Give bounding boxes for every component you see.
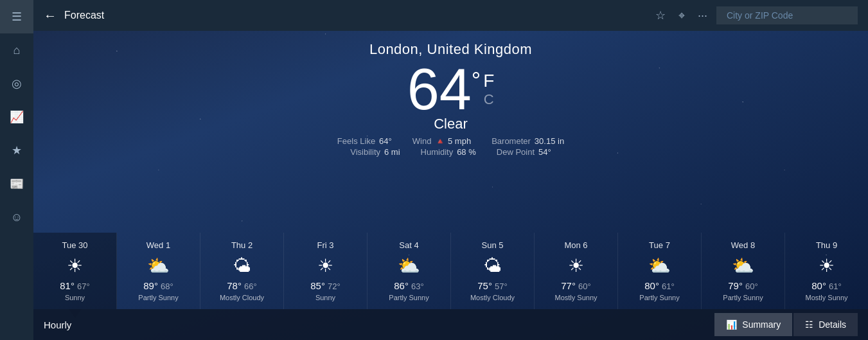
forecast-day[interactable]: Thu 9 ☀ 80° 61° Mostly Sunny xyxy=(785,233,868,309)
humidity-value: 68 % xyxy=(457,147,476,157)
forecast-day[interactable]: Sat 4 ⛅ 86° 63° Partly Sunny xyxy=(368,233,451,309)
dew-point: Dew Point 54° xyxy=(497,147,551,157)
day-high: 89° xyxy=(143,280,158,291)
visibility-label: Visibility xyxy=(350,147,380,157)
day-low: 57° xyxy=(495,282,508,291)
day-temps: 75° 57° xyxy=(477,280,508,291)
sidebar-item-radar[interactable]: ◎ xyxy=(0,67,33,100)
bottom-bar: Hourly 📊 Summary ☷ Details xyxy=(33,309,868,340)
summary-label: Summary xyxy=(742,319,781,330)
forecast-day[interactable]: Thu 2 🌤 78° 66° Mostly Cloudy xyxy=(200,233,284,309)
weather-details-2: Visibility 6 mi Humidity 68 % Dew Point … xyxy=(337,147,564,157)
day-name: Sun 5 xyxy=(482,240,504,250)
day-high: 77° xyxy=(561,280,576,291)
day-low: 61° xyxy=(662,282,675,291)
forecast-day[interactable]: Tue 30 ☀ 81° 67° Sunny xyxy=(33,233,117,309)
day-high: 80° xyxy=(811,280,826,291)
sidebar-item-news[interactable]: 📰 xyxy=(0,167,33,201)
sidebar-item-emoji[interactable]: ☺ xyxy=(0,201,33,234)
favorites-icon: ★ xyxy=(12,143,22,157)
day-low: 61° xyxy=(829,282,842,291)
day-high: 80° xyxy=(644,280,659,291)
forecast-day[interactable]: Wed 8 ⛅ 79° 60° Partly Sunny xyxy=(702,233,785,309)
day-low: 63° xyxy=(411,282,424,291)
weather-condition: Clear xyxy=(337,116,564,132)
day-temps: 79° 60° xyxy=(728,280,758,291)
day-name: Tue 7 xyxy=(649,240,670,250)
day-name: Thu 2 xyxy=(231,240,252,250)
barometer-label: Barometer xyxy=(492,136,531,146)
header-actions: ☆ ⌖ ··· xyxy=(651,4,858,26)
day-high: 79° xyxy=(728,280,743,291)
hourly-title: Hourly xyxy=(44,319,714,330)
city-search-input[interactable] xyxy=(716,6,858,24)
day-weather-icon: 🌤 xyxy=(233,255,251,276)
day-weather-icon: ⛅ xyxy=(147,255,170,276)
wind: Wind 🔺 5 mph xyxy=(412,136,471,146)
wind-value: 🔺 5 mph xyxy=(435,136,471,146)
pin-button[interactable]: ⌖ xyxy=(675,5,689,26)
day-temps: 78° 66° xyxy=(227,280,257,291)
sidebar-item-menu[interactable]: ☰ xyxy=(0,0,33,33)
day-weather-icon: ☀ xyxy=(317,255,333,276)
day-high: 81° xyxy=(60,280,75,291)
day-condition: Sunny xyxy=(65,294,85,301)
day-temps: 81° 67° xyxy=(60,280,90,291)
day-low: 60° xyxy=(745,282,758,291)
forecast-day[interactable]: Mon 6 ☀ 77° 60° Mostly Sunny xyxy=(535,233,618,309)
day-condition: Partly Sunny xyxy=(138,294,178,301)
day-weather-icon: ⛅ xyxy=(732,255,754,276)
day-high: 85° xyxy=(310,280,325,291)
forecast-day[interactable]: Wed 1 ⛅ 89° 68° Partly Sunny xyxy=(117,233,200,309)
feels-like: Feels Like 64° xyxy=(337,136,392,146)
forecast-day[interactable]: Sun 5 🌤 75° 57° Mostly Cloudy xyxy=(451,233,535,309)
day-weather-icon: ☀ xyxy=(819,255,835,276)
day-high: 75° xyxy=(477,280,492,291)
wind-label: Wind xyxy=(412,136,432,146)
city-name: London, United Kingdom xyxy=(337,41,564,58)
day-name: Fri 3 xyxy=(317,240,334,250)
day-low: 68° xyxy=(161,282,173,291)
forecast-day[interactable]: Tue 7 ⛅ 80° 61° Partly Sunny xyxy=(618,233,702,309)
day-name: Wed 8 xyxy=(731,240,755,250)
radar-icon: ◎ xyxy=(12,76,22,91)
current-weather: London, United Kingdom 64 ° F C Clear Fe… xyxy=(337,31,564,157)
bottom-actions: 📊 Summary ☷ Details xyxy=(714,313,858,336)
sidebar-item-home[interactable]: ⌂ xyxy=(0,33,33,67)
day-condition: Mostly Sunny xyxy=(805,294,847,301)
current-temperature: 64 xyxy=(407,60,472,118)
forecast-day[interactable]: Fri 3 ☀ 85° 72° Sunny xyxy=(284,233,368,309)
day-temps: 89° 68° xyxy=(143,280,173,291)
home-icon: ⌂ xyxy=(13,44,21,57)
day-weather-icon: ⛅ xyxy=(648,255,671,276)
day-name: Thu 9 xyxy=(816,240,837,250)
summary-icon: 📊 xyxy=(726,319,737,330)
unit-celsius[interactable]: C xyxy=(483,91,494,108)
degree-symbol: ° xyxy=(472,69,481,93)
day-temps: 80° 61° xyxy=(644,280,675,291)
star-button[interactable]: ☆ xyxy=(651,4,669,26)
more-button[interactable]: ··· xyxy=(694,5,711,26)
day-condition: Partly Sunny xyxy=(389,294,429,301)
humidity-label: Humidity xyxy=(421,147,454,157)
day-name: Tue 30 xyxy=(62,240,88,250)
visibility: Visibility 6 mi xyxy=(350,147,400,157)
sidebar-item-favorites[interactable]: ★ xyxy=(0,134,33,167)
day-high: 78° xyxy=(227,280,242,291)
back-button[interactable]: ← xyxy=(44,8,57,23)
day-weather-icon: ⛅ xyxy=(398,255,420,276)
main-content: ← Forecast ☆ ⌖ ··· London, United Kingdo… xyxy=(33,0,868,340)
news-icon: 📰 xyxy=(10,177,24,191)
sidebar-item-charts[interactable]: 📈 xyxy=(0,100,33,134)
day-temps: 77° 60° xyxy=(561,280,591,291)
day-temps: 80° 61° xyxy=(811,280,842,291)
day-low: 72° xyxy=(328,282,341,291)
temperature-row: 64 ° F C xyxy=(337,60,564,118)
day-low: 67° xyxy=(77,282,90,291)
day-weather-icon: 🌤 xyxy=(484,255,502,276)
details-button[interactable]: ☷ Details xyxy=(793,313,858,336)
day-condition: Partly Sunny xyxy=(723,294,763,301)
summary-button[interactable]: 📊 Summary xyxy=(714,313,792,336)
unit-fahrenheit[interactable]: F xyxy=(483,71,494,91)
dew-point-label: Dew Point xyxy=(497,147,535,157)
